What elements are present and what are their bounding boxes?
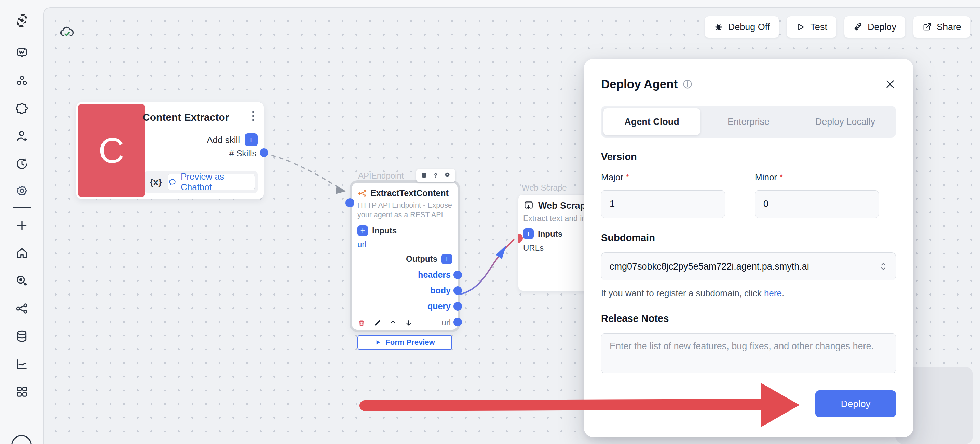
- tab-agent-cloud[interactable]: Agent Cloud: [603, 109, 700, 135]
- debug-toggle-label: Debug Off: [728, 22, 770, 32]
- minor-version-input[interactable]: [755, 190, 879, 218]
- api-node-title: ExtractTextContent: [371, 188, 449, 198]
- settings-icon[interactable]: [14, 184, 30, 200]
- inputs-label: Inputs: [538, 229, 562, 239]
- outputs-label: Outputs: [406, 254, 438, 264]
- play-icon: [374, 339, 381, 346]
- webscrape-node-label: Web Scrape: [522, 183, 567, 193]
- info-icon[interactable]: [682, 79, 693, 89]
- sidebar: [0, 0, 43, 444]
- variables-button[interactable]: {x}: [147, 177, 164, 187]
- register-subdomain-link[interactable]: here: [764, 288, 782, 298]
- required-asterisk: *: [626, 172, 629, 182]
- node-input-port[interactable]: [345, 198, 354, 207]
- webscrape-title: Web Scrape: [538, 200, 591, 211]
- node-toolbar: [416, 169, 455, 182]
- output-port[interactable]: [453, 271, 462, 279]
- api-node-subtitle: HTTP API Endpoint - Expose your agent as…: [358, 201, 452, 220]
- browser-scrape-icon: [523, 200, 534, 211]
- subdomain-heading: Subdomain: [601, 232, 896, 244]
- release-notes-textarea[interactable]: [601, 333, 896, 373]
- help-icon[interactable]: [432, 172, 439, 179]
- test-button-label: Test: [810, 22, 827, 32]
- node-settings-icon[interactable]: [444, 172, 451, 179]
- cloud-check-icon: [59, 24, 75, 40]
- inputs-label: Inputs: [372, 226, 397, 235]
- preview-as-chatbot-label: Preview as Chatbot: [181, 171, 255, 193]
- output-port-url[interactable]: [453, 318, 462, 326]
- debug-toggle-button[interactable]: Debug Off: [705, 16, 780, 38]
- branch-icon: [358, 188, 367, 198]
- output-port[interactable]: [453, 286, 462, 295]
- deploy-agent-modal: Deploy Agent Agent Cloud Enterprise Depl…: [584, 59, 913, 437]
- urls-input-port[interactable]: [518, 234, 523, 243]
- output-port[interactable]: [453, 302, 462, 311]
- api-endpoint-node[interactable]: ExtractTextContent HTTP API Endpoint - E…: [352, 183, 458, 330]
- tab-enterprise[interactable]: Enterprise: [700, 109, 797, 135]
- components-icon[interactable]: [14, 73, 30, 89]
- output-url[interactable]: url: [441, 318, 452, 328]
- chat-bubble-icon: [168, 177, 177, 187]
- delete-icon[interactable]: [420, 172, 428, 179]
- avatar[interactable]: [11, 435, 32, 444]
- add-output-button[interactable]: +: [441, 254, 452, 264]
- rocket-icon: [853, 22, 863, 32]
- apps-grid-icon[interactable]: [14, 384, 30, 399]
- preview-as-chatbot-button[interactable]: Preview as Chatbot: [168, 174, 255, 190]
- add-input-button[interactable]: +: [523, 228, 534, 239]
- skills-output-port[interactable]: [260, 149, 268, 157]
- output-body[interactable]: body: [358, 286, 452, 296]
- plugins-icon[interactable]: [14, 101, 30, 116]
- move-up-icon[interactable]: [389, 319, 397, 327]
- share-button[interactable]: Share: [913, 16, 970, 38]
- delete-output-icon[interactable]: [358, 319, 366, 327]
- form-preview-label: Form Preview: [385, 338, 434, 347]
- sidebar-divider: [13, 207, 31, 208]
- add-input-button[interactable]: +: [358, 225, 368, 236]
- app-window: Debug Off Test Deploy Share C Content Ex…: [0, 0, 980, 444]
- network-share-icon[interactable]: [14, 301, 30, 316]
- output-query[interactable]: query: [358, 301, 452, 311]
- subdomain-helper: If you want to register a subdomain, cli…: [601, 288, 896, 299]
- major-label: Major: [601, 172, 623, 182]
- deploy-tabs: Agent Cloud Enterprise Deploy Locally: [601, 106, 896, 137]
- agent-menu-kebab-icon[interactable]: [251, 111, 255, 125]
- history-icon[interactable]: [14, 156, 30, 172]
- api-node-label: APIEndpoint: [358, 171, 404, 180]
- input-url[interactable]: url: [358, 240, 452, 249]
- deploy-toolbar-button[interactable]: Deploy: [844, 16, 905, 38]
- release-notes-heading: Release Notes: [601, 313, 896, 324]
- agent-card-content-extractor[interactable]: C Content Extractor Add skill + # Skills…: [76, 102, 264, 199]
- required-asterisk: *: [780, 172, 783, 182]
- minor-field: Minor *: [755, 172, 879, 218]
- agent-avatar: C: [78, 104, 145, 197]
- major-field: Major *: [601, 172, 725, 218]
- agent-title: Content Extractor: [143, 112, 229, 123]
- play-icon: [796, 22, 805, 32]
- test-button[interactable]: Test: [787, 16, 837, 38]
- add-skill-label: Add skill: [207, 135, 240, 145]
- form-preview-button[interactable]: Form Preview: [358, 335, 452, 350]
- add-skill-button[interactable]: +: [245, 133, 258, 146]
- deploy-submit-button[interactable]: Deploy: [815, 390, 896, 417]
- weaver-icon[interactable]: [14, 45, 30, 61]
- major-version-input[interactable]: [601, 190, 725, 218]
- share-icon: [922, 22, 932, 32]
- deploy-toolbar-label: Deploy: [867, 22, 896, 32]
- close-icon[interactable]: [885, 78, 896, 90]
- version-heading: Version: [601, 151, 896, 163]
- analytics-icon[interactable]: [14, 356, 30, 372]
- agent-action-bar: {x} Preview as Chatbot: [145, 171, 258, 193]
- output-headers[interactable]: headers: [358, 270, 452, 280]
- add-icon[interactable]: [14, 217, 30, 233]
- tab-deploy-locally[interactable]: Deploy Locally: [797, 109, 894, 135]
- home-icon[interactable]: [14, 245, 30, 261]
- move-down-icon[interactable]: [404, 319, 413, 327]
- vault-key-icon[interactable]: [14, 273, 30, 289]
- subdomain-select[interactable]: cmg07sobkc8jc2py5e5am722i.agent.pa.smyth…: [601, 252, 896, 281]
- database-icon[interactable]: [14, 328, 30, 344]
- edit-icon[interactable]: [373, 319, 381, 327]
- agent-initial: C: [99, 130, 124, 171]
- agent-user-icon[interactable]: [14, 128, 30, 144]
- smythos-logo[interactable]: [14, 12, 30, 28]
